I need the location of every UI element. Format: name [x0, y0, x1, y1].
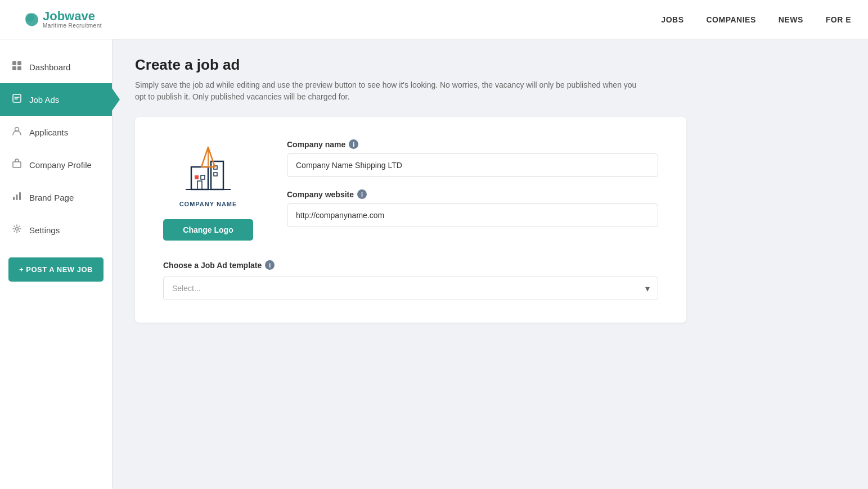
sidebar-item-brand-page[interactable]: Brand Page	[0, 181, 112, 214]
company-logo-label: COMPANY NAME	[179, 201, 237, 207]
applicants-icon	[11, 126, 23, 138]
job-ads-icon	[11, 93, 23, 106]
sidebar-settings-label: Settings	[29, 225, 60, 235]
svg-point-1	[25, 13, 34, 21]
brand-page-icon	[11, 191, 23, 203]
svg-rect-13	[191, 167, 208, 189]
company-name-info-icon[interactable]: i	[349, 139, 358, 149]
logo-icon	[17, 9, 38, 30]
layout: Dashboard Job Ads Applicants Company Pro…	[0, 39, 868, 489]
company-website-input[interactable]	[287, 203, 658, 227]
post-job-button[interactable]: + POST A NEW JOB	[8, 257, 104, 282]
svg-rect-10	[16, 194, 18, 200]
nav-fore[interactable]: FOR E	[826, 15, 851, 24]
template-section: Choose a Job Ad template i Select...	[163, 260, 658, 300]
sidebar-brand-page-label: Brand Page	[29, 193, 74, 202]
company-website-label: Company website i	[287, 189, 658, 199]
nav-jobs[interactable]: JOBS	[661, 15, 683, 24]
svg-rect-8	[13, 162, 21, 167]
template-label: Choose a Job Ad template i	[163, 260, 658, 270]
dashboard-icon	[11, 61, 23, 73]
company-website-group: Company website i	[287, 189, 658, 227]
page-title: Create a job ad	[135, 56, 845, 74]
svg-rect-6	[13, 94, 21, 102]
sidebar-item-company-profile[interactable]: Company Profile	[0, 148, 112, 181]
sidebar: Dashboard Job Ads Applicants Company Pro…	[0, 39, 113, 489]
sidebar-item-applicants[interactable]: Applicants	[0, 116, 112, 148]
svg-rect-11	[19, 192, 21, 200]
change-logo-button[interactable]: Change Logo	[163, 219, 253, 241]
svg-rect-15	[201, 175, 205, 179]
sidebar-job-ads-label: Job Ads	[29, 95, 59, 105]
sidebar-item-job-ads[interactable]: Job Ads	[0, 83, 112, 116]
sidebar-dashboard-label: Dashboard	[29, 62, 70, 72]
template-info-icon[interactable]: i	[265, 260, 275, 270]
nav-companies[interactable]: COMPANIES	[706, 15, 755, 24]
logo-text: Jobwave Maritime Recruitment	[43, 10, 102, 29]
top-nav: Jobwave Maritime Recruitment JOBS COMPAN…	[0, 0, 868, 39]
svg-rect-5	[17, 66, 21, 70]
svg-point-12	[16, 228, 19, 230]
company-profile-icon	[11, 159, 23, 171]
logo-area: Jobwave Maritime Recruitment	[17, 9, 129, 30]
svg-rect-9	[13, 197, 15, 200]
logo-name: Jobwave	[43, 10, 102, 22]
nav-news[interactable]: NEWS	[779, 15, 803, 24]
svg-rect-19	[214, 173, 217, 176]
main-content: Create a job ad Simply save the job ad w…	[113, 39, 868, 489]
company-logo-svg	[180, 144, 236, 195]
template-select[interactable]: Select...	[163, 277, 658, 300]
company-logo-placeholder: COMPANY NAME	[166, 139, 250, 212]
svg-rect-3	[17, 61, 21, 65]
logo-subtitle: Maritime Recruitment	[43, 22, 102, 29]
nav-links: JOBS COMPANIES NEWS FOR E	[661, 15, 851, 24]
sidebar-item-settings[interactable]: Settings	[0, 214, 112, 246]
company-fields: Company name i Company website i	[287, 139, 658, 241]
form-card: COMPANY NAME Change Logo Company name i	[135, 117, 686, 323]
template-select-wrapper: Select...	[163, 277, 658, 300]
logo-upload-section: COMPANY NAME Change Logo	[163, 139, 253, 241]
svg-rect-4	[12, 66, 16, 70]
settings-icon	[11, 224, 23, 236]
svg-rect-2	[12, 61, 16, 65]
company-website-info-icon[interactable]: i	[357, 189, 367, 199]
company-name-group: Company name i	[287, 139, 658, 177]
sidebar-company-profile-label: Company Profile	[29, 160, 92, 170]
sidebar-applicants-label: Applicants	[29, 128, 68, 137]
form-top-section: COMPANY NAME Change Logo Company name i	[163, 139, 658, 241]
sidebar-item-dashboard[interactable]: Dashboard	[0, 51, 112, 83]
company-name-input[interactable]	[287, 153, 658, 177]
page-description: Simply save the job ad while editing and…	[135, 79, 641, 103]
company-name-label: Company name i	[287, 139, 658, 149]
svg-rect-14	[195, 175, 199, 179]
svg-rect-16	[197, 181, 202, 189]
